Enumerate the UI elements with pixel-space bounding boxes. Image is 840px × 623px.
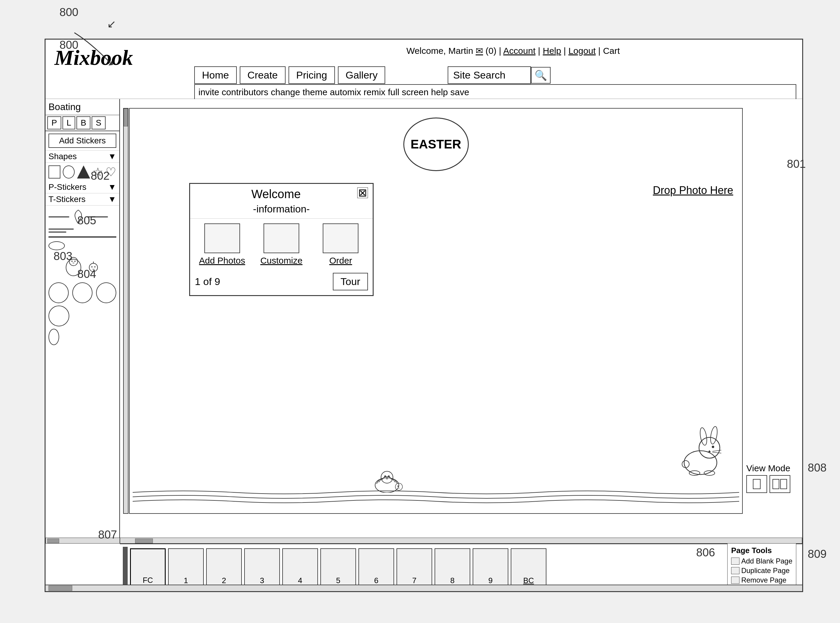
logout-link[interactable]: Logout <box>569 46 596 56</box>
canvas-vscroll-thumb[interactable] <box>124 109 128 126</box>
svg-point-6 <box>91 266 92 267</box>
separator1: | <box>499 46 501 56</box>
filmstrip-handle[interactable] <box>123 547 127 588</box>
filmstrip-thumb-6[interactable]: 6 <box>359 548 394 587</box>
page-tools-panel: Page Tools Add Blank Page Duplicate Page… <box>727 543 796 588</box>
order-preview <box>323 223 359 253</box>
sidebar-tab-l[interactable]: L <box>63 116 75 129</box>
filmstrip-label-3: 3 <box>260 576 264 585</box>
svg-rect-28 <box>773 479 779 489</box>
filmstrip-thumb-5[interactable]: 5 <box>320 548 356 587</box>
annotation-807: 807 <box>98 528 117 541</box>
annotation-800: 800 <box>60 6 78 19</box>
single-page-view-button[interactable] <box>746 475 767 493</box>
filmstrip-thumb-2[interactable]: 2 <box>206 548 242 587</box>
svg-point-16 <box>682 460 689 468</box>
drop-photo-area[interactable]: Drop Photo Here <box>653 183 733 198</box>
filmstrip-thumb-1[interactable]: 1 <box>168 548 204 587</box>
bottom-scrollbar[interactable] <box>46 585 802 591</box>
circle-row-2 <box>49 305 116 326</box>
sticker-line-row2 <box>49 227 116 234</box>
account-link[interactable]: Account <box>503 46 535 56</box>
annotation-804: 804 <box>77 268 96 281</box>
site-search-box[interactable]: Site Search <box>448 66 531 84</box>
circle-row-3 <box>49 329 116 345</box>
add-photos-preview <box>204 223 240 253</box>
svg-point-12 <box>710 426 718 445</box>
svg-rect-27 <box>753 479 760 489</box>
nav-pricing-button[interactable]: Pricing <box>288 66 335 84</box>
annotation-809: 809 <box>808 548 826 560</box>
annotation-803: 803 <box>54 250 72 263</box>
single-page-icon <box>752 479 761 490</box>
nav-create-button[interactable]: Create <box>240 66 285 84</box>
filmstrip-thumb-fc[interactable]: FC <box>130 548 166 587</box>
sidebar-hscroll-thumb[interactable] <box>47 539 59 543</box>
circle-large-3 <box>96 282 116 303</box>
annotation-808: 808 <box>808 462 826 474</box>
main-diagram: Mixbook Welcome, Martin ✉ (0) | Account … <box>44 39 803 592</box>
sticker-line-4 <box>49 232 66 233</box>
dialog-close-button[interactable]: ⊠ <box>357 187 368 198</box>
shape-circle[interactable] <box>63 166 75 178</box>
order-label[interactable]: Order <box>329 256 352 266</box>
sidebar-tab-s[interactable]: S <box>92 116 106 129</box>
cart-link[interactable]: Cart <box>603 46 620 56</box>
filmstrip-thumb-bc[interactable]: BC <box>511 548 546 587</box>
p-stickers-dropdown-icon[interactable]: ▼ <box>108 183 116 192</box>
separator3: | <box>564 46 566 56</box>
add-photos-label[interactable]: Add Photos <box>199 256 245 266</box>
add-stickers-button[interactable]: Add Stickers <box>49 134 116 148</box>
remove-page-button[interactable]: Remove Page <box>731 576 792 584</box>
filmstrip-label-bc: BC <box>523 576 534 585</box>
sticker-line-3 <box>49 229 74 230</box>
search-icon[interactable]: 🔍 <box>531 67 550 84</box>
customize-preview <box>264 223 299 253</box>
filmstrip-label-2: 2 <box>222 576 226 585</box>
filmstrip-thumb-9[interactable]: 9 <box>473 548 508 587</box>
nav-gallery-button[interactable]: Gallery <box>338 66 385 84</box>
canvas-hscrollbar[interactable] <box>120 538 802 543</box>
shape-triangle[interactable] <box>77 166 90 178</box>
ground-svg <box>133 488 739 504</box>
sidebar-title: Boating <box>46 99 119 115</box>
bunny-illustration <box>665 418 724 477</box>
arrow-800: ↙ <box>107 18 116 30</box>
sticker-line-thick <box>49 236 116 238</box>
svg-point-22 <box>388 476 390 477</box>
filmstrip-thumb-8[interactable]: 8 <box>435 548 470 587</box>
annotation-806: 806 <box>696 546 715 559</box>
dialog-items: Add Photos Customize Order <box>190 219 373 270</box>
svg-point-7 <box>94 266 95 267</box>
filmstrip-thumb-3[interactable]: 3 <box>244 548 280 587</box>
help-link[interactable]: Help <box>543 46 561 56</box>
notification-count: (0) <box>486 46 497 56</box>
sidebar-tab-b[interactable]: B <box>77 116 90 129</box>
shape-square[interactable] <box>49 166 60 178</box>
filmstrip-label-7: 7 <box>412 576 417 585</box>
tour-button[interactable]: Tour <box>333 273 368 290</box>
welcome-dialog: Welcome ⊠ -information- Add Photos Custo… <box>189 183 374 296</box>
bottom-scroll-thumb[interactable] <box>49 586 72 591</box>
sidebar-tab-p[interactable]: P <box>47 116 61 129</box>
t-stickers-dropdown-icon[interactable]: ▼ <box>108 195 116 204</box>
add-blank-page-button[interactable]: Add Blank Page <box>731 557 792 565</box>
canvas-vscrollbar[interactable] <box>123 108 129 514</box>
canvas-hscroll-thumb[interactable] <box>135 539 153 543</box>
svg-point-10 <box>699 437 720 458</box>
duplicate-page-button[interactable]: Duplicate Page <box>731 566 792 575</box>
remove-page-label: Remove Page <box>741 576 786 584</box>
mail-icon[interactable]: ✉ <box>476 46 483 56</box>
filmstrip-thumb-4[interactable]: 4 <box>282 548 318 587</box>
filmstrip-label-5: 5 <box>336 576 340 585</box>
filmstrip-thumb-7[interactable]: 7 <box>397 548 432 587</box>
shapes-dropdown-icon[interactable]: ▼ <box>108 152 116 161</box>
dialog-item-photos: Add Photos <box>195 223 249 266</box>
search-container: Site Search 🔍 <box>448 66 550 84</box>
double-page-view-button[interactable] <box>769 475 790 493</box>
customize-label[interactable]: Customize <box>260 256 302 266</box>
filmstrip-label-6: 6 <box>374 576 379 585</box>
shapes-label: Shapes <box>49 152 77 161</box>
svg-line-14 <box>713 450 721 451</box>
nav-home-button[interactable]: Home <box>194 66 237 84</box>
